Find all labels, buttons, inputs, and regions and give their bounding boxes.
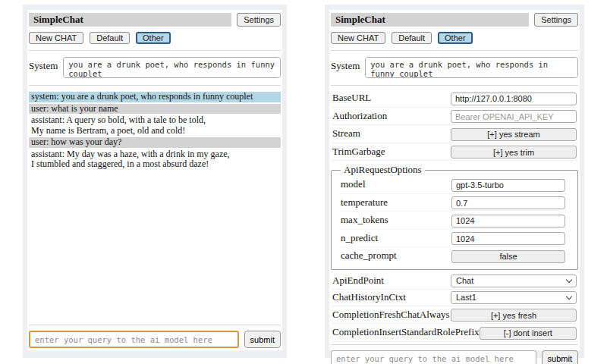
session-tab-other[interactable]: Other [438, 32, 473, 44]
app-title: SimpleChat [331, 13, 529, 27]
setting-row-stream: Stream [+] yes stream [331, 125, 578, 143]
chat-log: system: you are a drunk poet, who respon… [29, 92, 281, 322]
cache-prompt-toggle-button[interactable]: false [451, 250, 565, 263]
setting-row-completionfreshchatalways: CompletionFreshChatAlways [+] yes fresh [331, 306, 578, 325]
chat-view-screenshot: SimpleChat Settings New CHAT Default Oth… [23, 5, 287, 358]
simplechat-composite: SimpleChat Settings New CHAT Default Oth… [0, 0, 607, 364]
chat-message-assistant: assistant: My day was a haze, with a dri… [29, 149, 281, 170]
stream-toggle-button[interactable]: [+] yes stream [451, 128, 577, 141]
settings-view-app: SimpleChat Settings New CHAT Default Oth… [329, 10, 580, 350]
system-prompt-row: System you are a drunk poet, who respond… [29, 57, 281, 78]
system-prompt-input[interactable]: you are a drunk poet, who responds in fu… [365, 57, 578, 78]
n-predict-label: n_predict [341, 232, 451, 244]
divider [29, 50, 281, 51]
chat-message-user: user: what is your name [29, 104, 281, 115]
setting-row-apiendpoint: ApiEndPoint Chat [331, 273, 578, 290]
divider [331, 85, 578, 86]
system-prompt-label: System [331, 57, 360, 72]
query-input[interactable] [29, 331, 239, 348]
system-prompt-row: System you are a drunk poet, who respond… [331, 57, 578, 78]
cache-prompt-label: cache_prompt [341, 249, 451, 262]
chat-message-system: system: you are a drunk poet, who respon… [29, 92, 281, 102]
chathistoryinctxt-select[interactable]: Last1 [451, 291, 577, 304]
setting-row-n-predict: n_predict [339, 230, 567, 248]
setting-row-max-tokens: max_tokens [339, 212, 567, 230]
session-toolbar: New CHAT Default Other [331, 32, 578, 44]
chat-message-assistant: assistant: A query so bold, with a tale … [29, 115, 281, 136]
max-tokens-input[interactable] [451, 215, 565, 228]
n-predict-input[interactable] [451, 232, 565, 245]
system-prompt-label: System [29, 57, 58, 72]
settings-button[interactable]: Settings [237, 13, 281, 27]
model-input[interactable] [451, 179, 565, 192]
apiendpoint-selected-value: Chat [456, 276, 473, 285]
new-chat-button[interactable]: New CHAT [331, 32, 385, 44]
model-label: model [341, 178, 451, 190]
session-tab-default[interactable]: Default [392, 32, 432, 44]
setting-row-authorization: Authorization [331, 108, 578, 126]
temperature-label: temperature [341, 196, 451, 209]
setting-row-chathistoryinctxt: ChatHistoryInCtxt Last1 [331, 290, 578, 306]
api-request-options-fieldset: ApiRequestOptions model temperature max_… [331, 164, 578, 270]
completionfreshchatalways-label: CompletionFreshChatAlways [332, 309, 451, 321]
chathistoryinctxt-label: ChatHistoryInCtxt [332, 291, 451, 303]
session-toolbar: New CHAT Default Other [29, 32, 281, 44]
apiendpoint-label: ApiEndPoint [332, 275, 451, 287]
settings-list: BaseURL Authorization Stream [+] yes str… [331, 89, 578, 342]
divider [29, 325, 281, 325]
authorization-input[interactable] [451, 110, 577, 123]
setting-row-model: model [339, 176, 567, 194]
setting-row-temperature: temperature [339, 194, 567, 212]
baseurl-input[interactable] [451, 93, 577, 105]
max-tokens-label: max_tokens [341, 214, 451, 226]
query-input[interactable] [331, 350, 536, 364]
setting-row-cache-prompt: cache_prompt false [339, 247, 567, 265]
chat-message-user: user: how was your day? [29, 137, 281, 148]
settings-view-screenshot: SimpleChat Settings New CHAT Default Oth… [325, 5, 584, 358]
setting-row-trimgarbage: TrimGarbage [+] yes trim [331, 143, 578, 162]
divider [29, 85, 281, 86]
authorization-label: Authorization [332, 110, 451, 122]
chat-view-app: SimpleChat Settings New CHAT Default Oth… [27, 10, 282, 350]
trimgarbage-label: TrimGarbage [332, 146, 451, 158]
new-chat-button[interactable]: New CHAT [29, 32, 83, 44]
divider [331, 344, 578, 345]
completionfreshchatalways-toggle-button[interactable]: [+] yes fresh [451, 309, 577, 322]
apiendpoint-select[interactable]: Chat [451, 275, 577, 287]
temperature-input[interactable] [451, 196, 565, 209]
completioninsertstandardroleprefix-toggle-button[interactable]: [-] dont insert [480, 327, 577, 340]
submit-button[interactable]: submit [542, 350, 578, 364]
app-title: SimpleChat [29, 13, 231, 27]
system-prompt-input[interactable]: you are a drunk poet, who responds in fu… [63, 57, 281, 78]
chevron-down-icon [566, 276, 572, 282]
chevron-down-icon [566, 293, 572, 299]
setting-row-baseurl: BaseURL [331, 89, 578, 108]
query-row: submit [331, 350, 578, 364]
trimgarbage-toggle-button[interactable]: [+] yes trim [451, 146, 577, 158]
chathistoryinctxt-selected-value: Last1 [456, 293, 476, 302]
setting-row-completioninsertstandardroleprefix: CompletionInsertStandardRolePrefix [-] d… [331, 324, 578, 342]
stream-label: Stream [332, 127, 451, 140]
completioninsertstandardroleprefix-label: CompletionInsertStandardRolePrefix [332, 326, 480, 338]
submit-button[interactable]: submit [244, 331, 281, 348]
api-request-options-legend: ApiRequestOptions [341, 164, 425, 176]
settings-button[interactable]: Settings [534, 13, 578, 27]
baseurl-label: BaseURL [332, 92, 451, 104]
app-header: SimpleChat Settings [331, 13, 578, 27]
session-tab-other[interactable]: Other [136, 32, 171, 44]
query-row: submit [29, 331, 281, 348]
divider [331, 50, 578, 51]
app-header: SimpleChat Settings [29, 13, 281, 27]
session-tab-default[interactable]: Default [90, 32, 130, 44]
